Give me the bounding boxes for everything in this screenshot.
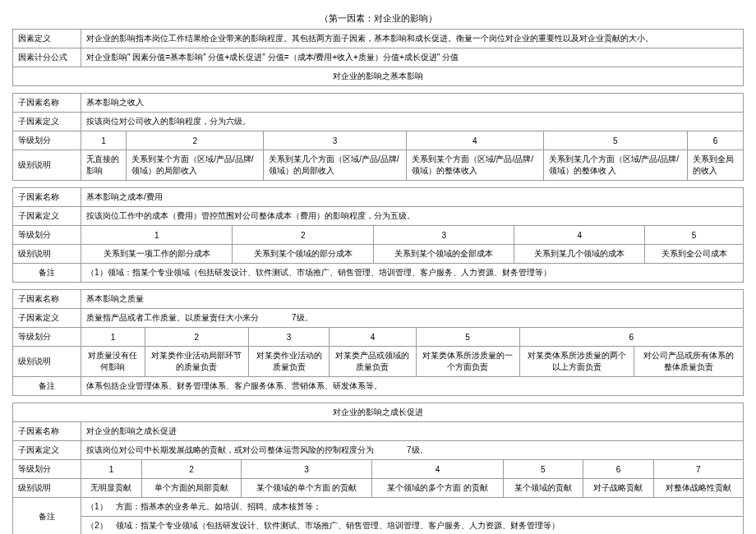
grade-num: 2 (127, 131, 264, 150)
desc-cell: 对公司产品或所有体系的整体质量负责 (634, 347, 744, 377)
desc-cell: 无直接的影响 (81, 150, 127, 181)
desc-cell: 对整体战略性贡献 (653, 479, 743, 498)
sub-name-label: 子因素名称 (13, 94, 81, 113)
desc-cell: 对某类作业活动局部环节的质量负责 (145, 347, 248, 377)
note-label: 备注 (13, 264, 81, 283)
desc-cell: 对某类作业活动的质量负责 (248, 347, 329, 377)
factor-def-content: 对企业的影响指本岗位工作结果给企业带来的影响程度。其包括两方面子因素，基本影响和… (81, 30, 744, 48)
desc-label: 级别说明 (13, 479, 81, 498)
section3-table: 子因素名称 基本影响之质量 子因素定义 质量指产品或者工作质量。以质量责任大小来… (12, 289, 744, 396)
note-label: 备注 (13, 498, 81, 535)
grade-num: 3 (264, 131, 406, 150)
section4-table: 对企业的影响之成长促进 子因素名称 对企业的影响之成长促进 子因素定义 按该岗位… (12, 403, 744, 534)
sub-def-label: 子因素定义 (13, 113, 81, 131)
top-table: 因素定义 对企业的影响指本岗位工作结果给企业带来的影响程度。其包括两方面子因素，… (12, 29, 744, 86)
grade-num: 7 (653, 460, 743, 479)
grade-num: 3 (248, 328, 329, 347)
desc-cell: 某个领域的贡献 (503, 479, 583, 498)
sub-def-val: 按该岗位对公司中长期发展战略的贡献，或对公司整体运营风险的控制程度分为 7级。 (81, 441, 744, 460)
grade-label: 等级划分 (13, 226, 81, 245)
sub-def-val: 按该岗位对公司收入的影响程度，分为六级。 (81, 113, 744, 131)
grade-label: 等级划分 (13, 131, 81, 150)
grade-num: 6 (519, 328, 743, 347)
grade-num: 4 (372, 460, 503, 479)
grade-num: 6 (583, 460, 654, 479)
sub-def-val: 质量指产品或者工作质量。以质量责任大小来分 7级。 (81, 309, 744, 328)
desc-cell: 关系到某一项工作的部分成本 (81, 245, 233, 264)
grade-label: 等级划分 (13, 328, 81, 347)
desc-cell: 无明显贡献 (81, 479, 142, 498)
grade-num: 1 (81, 328, 145, 347)
sub-def-label: 子因素定义 (13, 441, 81, 460)
grade-num: 2 (233, 226, 374, 245)
sub-name-val: 对企业的影响之成长促进 (81, 422, 744, 441)
section-header-basic: 对企业的影响之基本影响 (13, 67, 744, 86)
desc-cell: 对质量没有任何影响 (81, 347, 145, 377)
note-content: 体系包括企业管理体系、财务管理体系、客户服务体系、营销体系、研发体系等。 (81, 377, 744, 396)
sub-name-label: 子因素名称 (13, 290, 81, 309)
formula-content: 对企业影响" 因素分值=基本影响" 分值+成长促进" 分值=（成本/费用+收入+… (81, 48, 744, 67)
desc-cell: 对某类体系所涉质量的一个方面负责 (416, 347, 519, 377)
grade-num: 4 (514, 226, 645, 245)
sub-name-val: 基本影响之成本/费用 (81, 188, 744, 207)
desc-cell: 关系到某个领域的全部成本 (373, 245, 514, 264)
grade-num: 6 (687, 131, 743, 150)
desc-label: 级别说明 (13, 150, 81, 181)
desc-cell: 关系到某几个方面（区域/产品/品牌/领域）的局部收入 (264, 150, 406, 181)
desc-cell: 关系到全局的收入 (687, 150, 743, 181)
desc-cell: 对子战略贡献 (583, 479, 654, 498)
sub-name-label: 子因素名称 (13, 188, 81, 207)
formula-label: 因素计分公式 (13, 48, 81, 67)
sub-def-label: 子因素定义 (13, 207, 81, 226)
grade-num: 4 (330, 328, 416, 347)
grade-num: 5 (503, 460, 583, 479)
grade-num: 3 (373, 226, 514, 245)
grade-num: 5 (543, 131, 687, 150)
sub-def-label: 子因素定义 (13, 309, 81, 328)
desc-cell: 某个领域的单个方面 的贡献 (241, 479, 371, 498)
desc-cell: 关系到全公司成本 (645, 245, 744, 264)
grade-num: 1 (81, 460, 142, 479)
sub-def-val: 按该岗位工作中的成本（费用）管控范围对公司整体成本（费用）的影响程度，分为五级。 (81, 207, 744, 226)
factor-def-label: 因素定义 (13, 30, 81, 48)
grade-label: 等级划分 (13, 460, 81, 479)
desc-cell: 对某类产品或领域的质量负责 (330, 347, 416, 377)
desc-label: 级别说明 (13, 245, 81, 264)
page-title: （第一因素：对企业的影响） (12, 12, 744, 25)
desc-cell: 关系到某几个领域的成本 (514, 245, 645, 264)
grade-num: 3 (241, 460, 371, 479)
desc-cell: 关系到某个方面（区域/产品/品牌/领域）的局部收入 (127, 150, 264, 181)
desc-cell: 关系到某个领域的部分成本 (233, 245, 374, 264)
desc-cell: 对某类体系所涉质量的两个以上方面负责 (519, 347, 634, 377)
note-content: （1）领域：指某个专业领域（包括研发设计、软件测试、市场推广、销售管理、培训管理… (81, 264, 744, 283)
grade-num: 5 (645, 226, 744, 245)
desc-cell: 关系到某几个方面（区域/产品/品牌/领域）的整体收 入 (543, 150, 687, 181)
note-label: 备注 (13, 377, 81, 396)
sub-name-label: 子因素名称 (13, 422, 81, 441)
desc-cell: 单个方面的局部贡献 (141, 479, 241, 498)
grade-num: 1 (81, 131, 127, 150)
desc-cell: 关系到某个方面（区域/产品/品牌/领域）的整体收入 (406, 150, 543, 181)
grade-num: 4 (406, 131, 543, 150)
section-header-growth: 对企业的影响之成长促进 (13, 403, 744, 422)
section2-table: 子因素名称 基本影响之成本/费用 子因素定义 按该岗位工作中的成本（费用）管控范… (12, 187, 744, 283)
grade-num: 1 (81, 226, 233, 245)
sub-name-val: 基本影响之收入 (81, 94, 744, 113)
desc-cell: 某个领域的多个方面 的贡献 (372, 479, 503, 498)
section1-table: 子因素名称 基本影响之收入 子因素定义 按该岗位对公司收入的影响程度，分为六级。… (12, 93, 744, 181)
desc-label: 级别说明 (13, 347, 81, 377)
note-line1: （1） 方面：指基本的业务单元。如培训、招聘、成本核算等； (81, 498, 744, 517)
note-line2: （2） 领域：指某个专业领域（包括研发设计、软件测试、市场推广、销售管理、培训管… (81, 517, 744, 535)
sub-name-val: 基本影响之质量 (81, 290, 744, 309)
grade-num: 2 (141, 460, 241, 479)
grade-num: 5 (416, 328, 519, 347)
grade-num: 2 (145, 328, 248, 347)
